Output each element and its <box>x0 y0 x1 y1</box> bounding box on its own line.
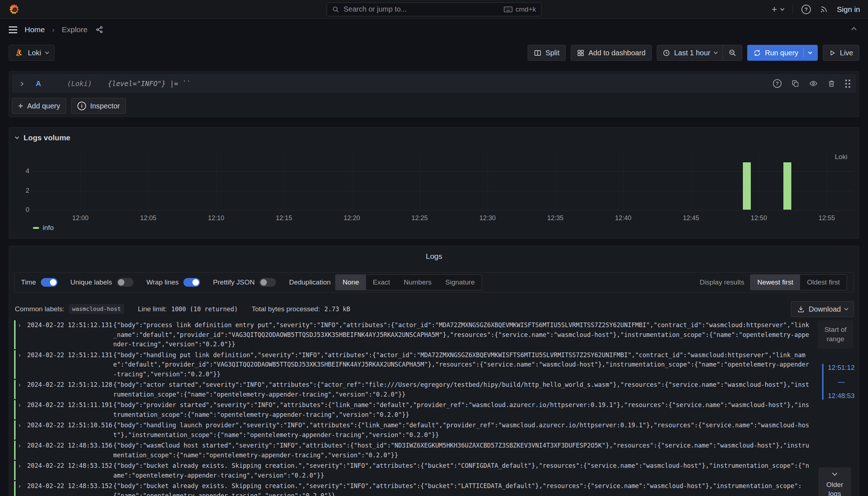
toggle-wrap-lines: Wrap lines <box>146 278 200 287</box>
legend-swatch <box>33 227 39 229</box>
x-axis-tick: 12:25 <box>403 214 436 222</box>
query-row[interactable]: A (Loki) {level="INFO"} |= `` ? <box>12 74 856 93</box>
chevron-down-icon <box>844 306 848 310</box>
breadcrumb-separator-icon: › <box>52 26 55 34</box>
dashboard-grid-icon <box>577 49 584 57</box>
display-results-group: Display results Newest first Oldest firs… <box>699 274 847 290</box>
help-button[interactable]: ? <box>801 5 811 14</box>
inspector-button[interactable]: i Inspector <box>71 98 126 114</box>
breadcrumb-home[interactable]: Home <box>25 25 45 34</box>
remove-query-icon[interactable] <box>827 80 835 87</box>
download-button[interactable]: Download <box>791 301 854 317</box>
menu-toggle-button[interactable] <box>9 26 17 33</box>
x-gridline <box>148 152 149 210</box>
chevron-down-icon <box>714 50 718 54</box>
add-query-button[interactable]: + Add query <box>12 98 66 114</box>
order-option-oldest-first[interactable]: Oldest first <box>800 275 847 290</box>
breadcrumb-current: Explore <box>62 25 88 34</box>
expand-log-row-icon[interactable]: › <box>18 441 27 460</box>
range-to: 12:48:53 <box>828 392 855 400</box>
x-axis-tick: 12:30 <box>471 214 504 222</box>
sign-in-button[interactable]: Sign in <box>837 5 860 14</box>
expand-query-icon[interactable] <box>20 80 23 87</box>
zoom-out-time-button[interactable] <box>723 45 742 60</box>
news-rss-button[interactable] <box>820 5 828 14</box>
log-timestamp: 2024-02-22 12:51:11.191 <box>27 400 113 419</box>
x-gridline <box>488 152 488 210</box>
expand-log-row-icon[interactable]: › <box>18 481 27 496</box>
dedup-option-numbers[interactable]: Numbers <box>397 275 438 290</box>
total-bytes-value: 2.73 kB <box>324 305 350 313</box>
log-row[interactable]: ›2024-02-22 12:51:12.131{"body":"process… <box>14 320 812 349</box>
line-limit: Line limit: 1000 (10 returned) <box>138 305 238 313</box>
share-icon[interactable] <box>95 26 103 34</box>
add-to-dashboard-button[interactable]: Add to dashboard <box>571 45 652 61</box>
log-line: {"body":"bucket already exists. Skipping… <box>113 481 812 496</box>
unique-labels-toggle[interactable] <box>117 278 133 287</box>
log-row[interactable]: ›2024-02-22 12:48:53.156{"body":"wasmClo… <box>14 441 812 460</box>
y-gridline <box>33 210 854 210</box>
time-toggle[interactable] <box>41 278 58 287</box>
older-logs-label: Older logs <box>820 480 850 496</box>
log-row[interactable]: ›2024-02-22 12:51:11.191{"body":"provide… <box>14 400 812 419</box>
split-columns-icon <box>534 49 541 57</box>
logs-panel: Logs Time Unique labels Wrap lines Prett… <box>9 246 859 496</box>
logs-volume-title: Logs volume <box>24 133 71 142</box>
expand-log-row-icon[interactable]: › <box>18 320 27 349</box>
log-row[interactable]: ›2024-02-22 12:48:53.152{"body":"bucket … <box>14 461 812 480</box>
split-button[interactable]: Split <box>528 45 566 61</box>
older-logs-button[interactable]: Older logs <box>818 467 851 496</box>
expand-log-row-icon[interactable]: › <box>18 420 27 440</box>
logs-volume-header[interactable]: Logs volume <box>16 133 71 142</box>
log-row[interactable]: ›2024-02-22 12:51:10.516{"body":"handlin… <box>14 420 812 440</box>
logs-meta-row: Common labels: wasmcloud-host Line limit… <box>15 304 350 314</box>
wrap-lines-toggle[interactable] <box>183 278 200 287</box>
common-labels-value: wasmcloud-host <box>69 304 124 314</box>
datasource-picker[interactable]: Loki <box>9 45 55 61</box>
range-dash: — <box>838 378 844 386</box>
x-gridline <box>623 152 624 210</box>
x-axis-tick: 12:55 <box>810 214 843 222</box>
log-row[interactable]: ›2024-02-22 12:51:12.128{"body":"actor s… <box>14 380 812 399</box>
drag-handle-icon[interactable] <box>845 80 850 88</box>
dedup-option-none[interactable]: None <box>336 275 366 290</box>
search-placeholder: Search or jump to... <box>344 5 499 13</box>
chevron-down-icon[interactable] <box>808 50 812 54</box>
log-row[interactable]: ›2024-02-22 12:48:53.152{"body":"bucket … <box>14 481 812 496</box>
log-line: {"body":"handling launch provider","seve… <box>113 420 812 440</box>
deduplication-group: Deduplication None Exact Numbers Signatu… <box>289 274 482 290</box>
dedup-option-exact[interactable]: Exact <box>366 275 397 290</box>
hide-response-icon[interactable] <box>809 79 818 88</box>
range-indicator[interactable]: 12:51:12 — 12:48:53 <box>822 364 855 400</box>
volume-bar <box>783 162 792 210</box>
query-help-icon[interactable]: ? <box>773 79 782 88</box>
expand-log-row-icon[interactable]: › <box>18 400 27 419</box>
logs-volume-chart: 02412:0012:0512:1012:1512:2012:2512:3012… <box>33 152 854 210</box>
x-gridline <box>691 152 692 210</box>
expand-log-row-icon[interactable]: › <box>18 380 27 399</box>
zoom-out-icon <box>728 49 736 57</box>
grafana-logo[interactable] <box>8 3 20 16</box>
search-input[interactable]: Search or jump to... cmd+k <box>327 3 541 16</box>
run-query-button[interactable]: Run query <box>747 45 818 61</box>
prettify-json-toggle[interactable] <box>259 278 276 287</box>
legend-label: info <box>43 224 54 232</box>
new-menu-button[interactable]: + <box>772 4 784 15</box>
x-gridline <box>827 152 827 210</box>
common-labels: Common labels: wasmcloud-host <box>15 304 124 314</box>
log-line: {"body":"handling put link definition","… <box>113 350 812 379</box>
expand-log-row-icon[interactable]: › <box>18 350 27 379</box>
copy-query-icon[interactable] <box>791 80 799 87</box>
order-option-newest-first[interactable]: Newest first <box>750 275 800 290</box>
keyboard-icon <box>504 6 512 13</box>
range-bar <box>822 364 824 400</box>
legend-item-info[interactable]: info <box>33 224 54 232</box>
live-button[interactable]: Live <box>823 45 859 61</box>
collapse-chrome-button[interactable] <box>848 24 859 35</box>
dedup-option-signature[interactable]: Signature <box>438 275 481 290</box>
expand-log-row-icon[interactable]: › <box>18 461 27 480</box>
download-icon <box>797 305 805 313</box>
loki-logo-icon <box>15 48 24 57</box>
time-range-picker[interactable]: Last 1 hour <box>657 45 723 60</box>
log-row[interactable]: ›2024-02-22 12:51:12.131{"body":"handlin… <box>14 350 812 379</box>
